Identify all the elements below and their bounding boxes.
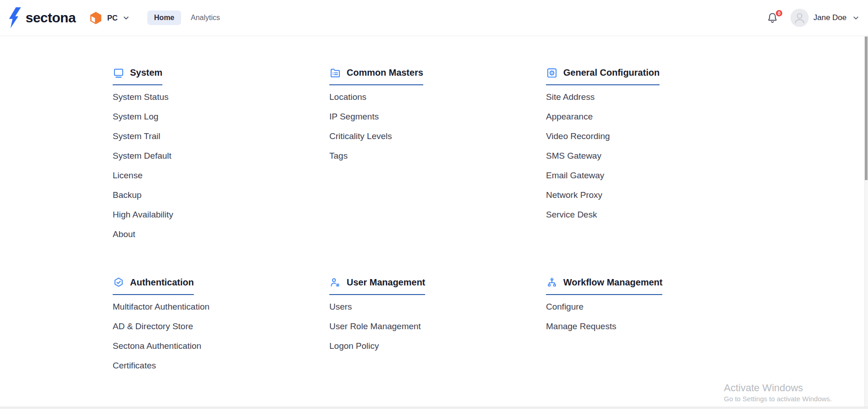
- menu-item-about[interactable]: About: [113, 229, 135, 239]
- section-item-list: LocationsIP SegmentsCriticality LevelsTa…: [329, 87, 546, 166]
- scrollbar-track[interactable]: [864, 36, 868, 407]
- list-item: Email Gateway: [546, 166, 763, 185]
- section-item-list: ConfigureManage Requests: [546, 297, 763, 336]
- list-item: Site Address: [546, 87, 763, 107]
- menu-item-sms-gateway[interactable]: SMS Gateway: [546, 151, 601, 161]
- section-title: General Configuration: [563, 67, 660, 79]
- menu-item-manage-requests[interactable]: Manage Requests: [546, 321, 616, 331]
- menu-item-system-trail[interactable]: System Trail: [113, 131, 161, 141]
- list-item: About: [113, 224, 329, 244]
- list-item: Network Proxy: [546, 185, 763, 205]
- section-common-masters: Common MastersLocationsIP SegmentsCritic…: [329, 67, 546, 166]
- list-item: Logon Policy: [329, 336, 546, 356]
- user-name[interactable]: Jane Doe: [813, 13, 847, 22]
- chevron-down-icon[interactable]: [852, 14, 860, 22]
- section-header: Common Masters: [329, 67, 423, 85]
- menu-item-license[interactable]: License: [113, 171, 143, 181]
- menu-item-system-default[interactable]: System Default: [113, 151, 172, 161]
- list-item: Multifactor Authentication: [113, 297, 329, 316]
- section-general-configuration: General ConfigurationSite AddressAppeara…: [546, 67, 763, 224]
- menu-item-ip-segments[interactable]: IP Segments: [329, 112, 379, 122]
- section-authentication: AuthenticationMultifactor Authentication…: [113, 276, 329, 375]
- tab-analytics[interactable]: Analytics: [184, 10, 227, 25]
- section-header: Authentication: [113, 276, 194, 295]
- list-item: High Availability: [113, 205, 329, 224]
- list-item: Configure: [546, 297, 763, 316]
- notification-count-badge: 0: [775, 9, 783, 17]
- windows-activation-watermark: Activate Windows Go to Settings to activ…: [724, 382, 832, 403]
- section-item-list: UsersUser Role ManagementLogon Policy: [329, 297, 546, 356]
- gear-square-icon: [546, 67, 558, 79]
- folder-list-icon: [329, 67, 341, 79]
- section-workflow-management: Workflow ManagementConfigureManage Reque…: [546, 276, 763, 336]
- watermark-line2: Go to Settings to activate Windows.: [724, 395, 832, 403]
- menu-item-email-gateway[interactable]: Email Gateway: [546, 171, 604, 181]
- user-gear-icon: [329, 277, 341, 289]
- list-item: Criticality Levels: [329, 126, 546, 146]
- list-item: SMS Gateway: [546, 146, 763, 166]
- org-selector[interactable]: PC: [89, 11, 130, 25]
- section-title: Authentication: [130, 276, 194, 289]
- list-item: System Trail: [113, 126, 329, 146]
- scrollbar-thumb[interactable]: [865, 36, 868, 180]
- menu-item-site-address[interactable]: Site Address: [546, 92, 595, 102]
- menu-item-users[interactable]: Users: [329, 302, 352, 312]
- list-item: AD & Directory Store: [113, 316, 329, 336]
- sections-grid: SystemSystem StatusSystem LogSystem Trai…: [113, 67, 868, 375]
- menu-item-tags[interactable]: Tags: [329, 151, 348, 161]
- list-item: System Default: [113, 146, 329, 166]
- user-avatar-icon[interactable]: [790, 9, 809, 27]
- watermark-line1: Activate Windows: [724, 382, 832, 394]
- brand-wordmark: sectona: [26, 10, 76, 26]
- list-item: System Log: [113, 107, 329, 126]
- menu-item-backup[interactable]: Backup: [113, 190, 141, 200]
- taskbar-edge: [0, 407, 868, 409]
- section-header: System: [113, 67, 162, 85]
- menu-item-criticality-levels[interactable]: Criticality Levels: [329, 131, 392, 141]
- section-header: General Configuration: [546, 67, 660, 85]
- section-title: User Management: [347, 276, 425, 289]
- shield-check-icon: [113, 277, 125, 289]
- section-user-management: User ManagementUsersUser Role Management…: [329, 276, 546, 356]
- menu-item-multifactor-authentication[interactable]: Multifactor Authentication: [113, 302, 209, 312]
- menu-item-appearance[interactable]: Appearance: [546, 112, 593, 122]
- menu-item-ad-directory-store[interactable]: AD & Directory Store: [113, 321, 193, 331]
- tab-home[interactable]: Home: [147, 10, 181, 25]
- list-item: Tags: [329, 146, 546, 166]
- list-item: Manage Requests: [546, 316, 763, 336]
- menu-item-service-desk[interactable]: Service Desk: [546, 210, 597, 220]
- list-item: Locations: [329, 87, 546, 107]
- section-system: SystemSystem StatusSystem LogSystem Trai…: [113, 67, 329, 244]
- list-item: Video Recording: [546, 126, 763, 146]
- menu-item-user-role-management[interactable]: User Role Management: [329, 321, 421, 331]
- list-item: System Status: [113, 87, 329, 107]
- cube-icon: [89, 11, 102, 25]
- menu-item-video-recording[interactable]: Video Recording: [546, 131, 610, 141]
- list-item: Users: [329, 297, 546, 316]
- menu-item-locations[interactable]: Locations: [329, 92, 366, 102]
- list-item: User Role Management: [329, 316, 546, 336]
- section-item-list: Site AddressAppearanceVideo RecordingSMS…: [546, 87, 763, 224]
- menu-item-system-status[interactable]: System Status: [113, 92, 169, 102]
- menu-item-sectona-authentication[interactable]: Sectona Authentication: [113, 341, 201, 351]
- brand-logo[interactable]: sectona: [8, 7, 76, 28]
- navbar-right: 0 Jane Doe: [766, 9, 860, 27]
- org-label: PC: [107, 14, 118, 22]
- menu-item-high-availability[interactable]: High Availability: [113, 210, 173, 220]
- menu-item-certificates[interactable]: Certificates: [113, 361, 156, 371]
- chevron-down-icon: [122, 14, 130, 22]
- menu-item-logon-policy[interactable]: Logon Policy: [329, 341, 379, 351]
- section-header: User Management: [329, 276, 425, 295]
- menu-item-configure[interactable]: Configure: [546, 302, 583, 312]
- menu-item-network-proxy[interactable]: Network Proxy: [546, 190, 603, 200]
- section-header: Workflow Management: [546, 276, 662, 295]
- section-title: Common Masters: [347, 67, 423, 79]
- list-item: Appearance: [546, 107, 763, 126]
- section-item-list: Multifactor AuthenticationAD & Directory…: [113, 297, 329, 375]
- menu-item-system-log[interactable]: System Log: [113, 112, 158, 122]
- list-item: Sectona Authentication: [113, 336, 329, 356]
- list-item: IP Segments: [329, 107, 546, 126]
- notifications-button[interactable]: 0: [766, 12, 779, 24]
- list-item: License: [113, 166, 329, 185]
- main-tabs: Home Analytics: [147, 10, 227, 25]
